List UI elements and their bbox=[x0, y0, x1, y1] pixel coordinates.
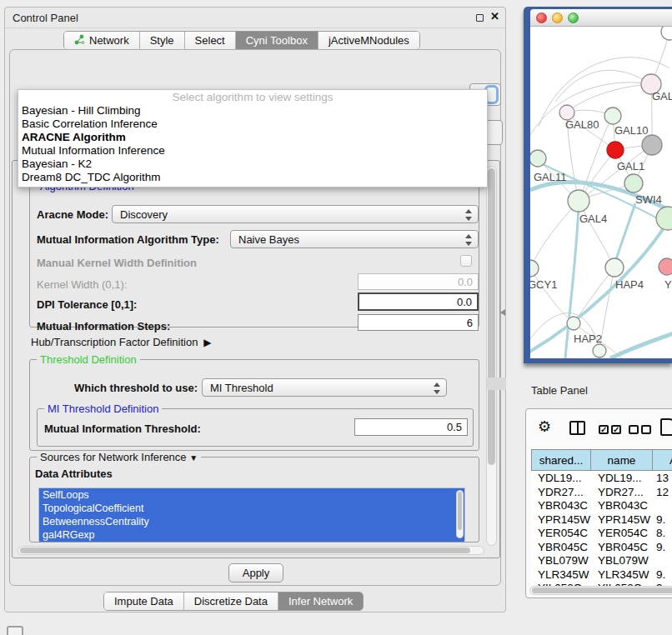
mi-type-label: Mutual Information Algorithm Type: bbox=[37, 233, 219, 246]
node-red-selected[interactable] bbox=[607, 142, 624, 158]
node-gal4[interactable] bbox=[568, 190, 589, 212]
node-gcy1[interactable] bbox=[530, 260, 539, 277]
node-hap4[interactable] bbox=[605, 258, 624, 277]
node-label: SWI4 bbox=[635, 193, 662, 206]
control-panel-titlebar: Control Panel ✕ bbox=[5, 8, 505, 28]
cyni-algorithm-settings-group: Cyni Algorithm Settings Algorithm Defini… bbox=[12, 160, 500, 558]
node-y-partial[interactable] bbox=[659, 258, 672, 275]
node-unlabeled[interactable] bbox=[661, 27, 672, 40]
select-all-checkbox-icon[interactable]: ✓ bbox=[599, 425, 609, 434]
deselect-all-checkbox-icon[interactable] bbox=[641, 425, 651, 434]
table-row[interactable]: YLR345W YLR345W 9. bbox=[531, 568, 672, 582]
which-threshold-select[interactable]: MI Threshold bbox=[202, 378, 447, 397]
screenshot-root: Control Panel ✕ Network Style Se bbox=[0, 0, 672, 635]
node-label: GAL80 bbox=[565, 118, 599, 131]
settings-vertical-scrollbar[interactable] bbox=[486, 166, 497, 546]
list-scrollbar[interactable] bbox=[456, 490, 464, 538]
stepper-arrows-icon bbox=[434, 382, 441, 394]
menu-item[interactable]: Basic Correlation Inference bbox=[18, 118, 487, 131]
settings-horizontal-scrollbar[interactable] bbox=[18, 546, 484, 555]
node-label: GAL1 bbox=[617, 160, 644, 172]
menu-item[interactable]: Bayesian - Hill Climbing bbox=[18, 104, 487, 118]
control-panel-tabbar: Network Style Select Cyni Toolbox jActiv… bbox=[63, 31, 420, 50]
collapse-down-icon: ▼ bbox=[189, 453, 198, 462]
table-row[interactable]: YBL079W YBL079W bbox=[531, 553, 672, 568]
list-item[interactable]: gal4RGexp bbox=[39, 528, 464, 542]
float-window-icon[interactable] bbox=[476, 14, 484, 22]
tab-impute-data[interactable]: Impute Data bbox=[104, 592, 184, 610]
mi-steps-label: Mutual Information Steps: bbox=[37, 320, 170, 332]
select-all-checkbox-icon[interactable]: ✓ bbox=[611, 425, 621, 434]
tab-network[interactable]: Network bbox=[64, 32, 140, 49]
kernel-width-input[interactable]: 0.0 bbox=[358, 273, 479, 290]
node-gray[interactable] bbox=[642, 135, 662, 155]
tab-discretize-data[interactable]: Discretize Data bbox=[184, 592, 278, 610]
zoom-traffic-light-icon[interactable] bbox=[568, 12, 579, 23]
cyni-toolbox-panel: Cyni Algorithm Settings Algorithm Defini… bbox=[9, 49, 501, 586]
gear-icon[interactable]: ⚙ bbox=[538, 419, 551, 434]
split-columns-icon[interactable] bbox=[569, 421, 585, 435]
node-gal10[interactable] bbox=[604, 108, 621, 124]
mi-steps-input[interactable]: 6 bbox=[358, 314, 479, 331]
splitter-block[interactable] bbox=[487, 378, 506, 390]
list-item[interactable]: BetweennessCentrality bbox=[39, 515, 464, 528]
table-row[interactable]: YDL19... YDL19... 13 bbox=[531, 471, 672, 485]
sources-title[interactable]: Sources for Network Inference ▼ bbox=[37, 451, 201, 463]
menu-item-selected[interactable]: ARACNE Algorithm bbox=[18, 131, 487, 144]
dpi-tolerance-input[interactable]: 0.0 bbox=[358, 292, 479, 311]
aracne-mode-select[interactable]: Discovery bbox=[112, 205, 479, 223]
table-panel-window: ⚙ ✓ ✓ shared... name A YDL19... YDL19...… bbox=[525, 408, 672, 598]
column-header[interactable]: A bbox=[653, 449, 672, 471]
list-item[interactable]: SelfLoops bbox=[39, 488, 464, 502]
mi-threshold-input[interactable]: 0.5 bbox=[354, 418, 468, 436]
list-item[interactable]: TopologicalCoefficient bbox=[39, 502, 464, 515]
node-label: HAP2 bbox=[574, 332, 602, 345]
node-unlabeled[interactable] bbox=[593, 344, 606, 358]
tab-jactivemnodules[interactable]: jActiveMNodules bbox=[318, 32, 419, 49]
dropdown-prompt: Select algorithm to view settings bbox=[18, 91, 487, 104]
node-label: HAP4 bbox=[615, 278, 644, 291]
table-row[interactable]: YPR145W YPR145W 9. bbox=[531, 512, 672, 527]
table-row[interactable]: YBR045C YBR045C 9. bbox=[531, 540, 672, 554]
column-header[interactable]: name bbox=[591, 449, 653, 471]
table-row[interactable]: YBR043C YBR043C bbox=[531, 498, 672, 512]
algorithm-dropdown-popup: Select algorithm to view settings Bayesi… bbox=[18, 89, 488, 188]
table-body: YDL19... YDL19... 13 YDR27... YDR27... 1… bbox=[531, 471, 672, 586]
table-header: shared... name A bbox=[531, 449, 672, 471]
collapsed-panel-button[interactable] bbox=[7, 626, 23, 635]
node-label: GAL4 bbox=[579, 212, 607, 225]
table-row[interactable]: YDR27... YDR27... 12 bbox=[531, 485, 672, 499]
tab-style[interactable]: Style bbox=[140, 32, 185, 49]
manual-kernel-checkbox[interactable] bbox=[460, 255, 472, 267]
menu-item[interactable]: Mutual Information Inference bbox=[18, 144, 487, 158]
close-traffic-light-icon[interactable] bbox=[536, 12, 547, 23]
node-hap2[interactable] bbox=[567, 317, 580, 330]
which-threshold-label: Which threshold to use: bbox=[74, 382, 198, 394]
node-label: GAL bbox=[652, 90, 672, 102]
splitter-handle-icon[interactable] bbox=[500, 309, 505, 316]
close-icon[interactable]: ✕ bbox=[490, 10, 499, 22]
new-table-icon[interactable] bbox=[660, 418, 672, 436]
network-window-titlebar bbox=[530, 9, 672, 27]
table-row[interactable]: YER054C YER054C 8. bbox=[531, 526, 672, 540]
mi-type-select[interactable]: Naive Bayes bbox=[230, 230, 479, 248]
network-graph: GAL GAL80 GAL10 GAL1 GAL11 SWI4 GAL4 GCY… bbox=[530, 27, 672, 358]
table-horizontal-scrollbar[interactable] bbox=[529, 586, 672, 595]
apply-button[interactable]: Apply bbox=[228, 563, 283, 582]
menu-item[interactable]: Bayesian - K2 bbox=[18, 158, 487, 171]
tab-select[interactable]: Select bbox=[185, 32, 236, 49]
minimize-traffic-light-icon[interactable] bbox=[552, 12, 563, 23]
node-gal1[interactable] bbox=[624, 174, 643, 192]
data-attributes-list[interactable]: SelfLoops TopologicalCoefficient Between… bbox=[38, 488, 465, 541]
menu-item[interactable]: Dream8 DC_TDC Algorithm bbox=[18, 171, 487, 184]
threshold-definition-title: Threshold Definition bbox=[37, 353, 140, 366]
bottom-tabbar: Impute Data Discretize Data Infer Networ… bbox=[103, 592, 364, 611]
tab-infer-network[interactable]: Infer Network bbox=[278, 592, 363, 610]
hub-definition-toggle[interactable]: Hub/Transcription Factor Definition ▶ bbox=[31, 336, 212, 348]
node-gal11[interactable] bbox=[530, 150, 546, 167]
deselect-all-checkbox-icon[interactable] bbox=[629, 425, 639, 434]
node-swi4-neighbor[interactable] bbox=[656, 207, 672, 230]
tab-cyni-toolbox[interactable]: Cyni Toolbox bbox=[236, 32, 318, 49]
column-header[interactable]: shared... bbox=[531, 449, 591, 471]
network-canvas[interactable]: GAL GAL80 GAL10 GAL1 GAL11 SWI4 GAL4 GCY… bbox=[530, 27, 672, 358]
